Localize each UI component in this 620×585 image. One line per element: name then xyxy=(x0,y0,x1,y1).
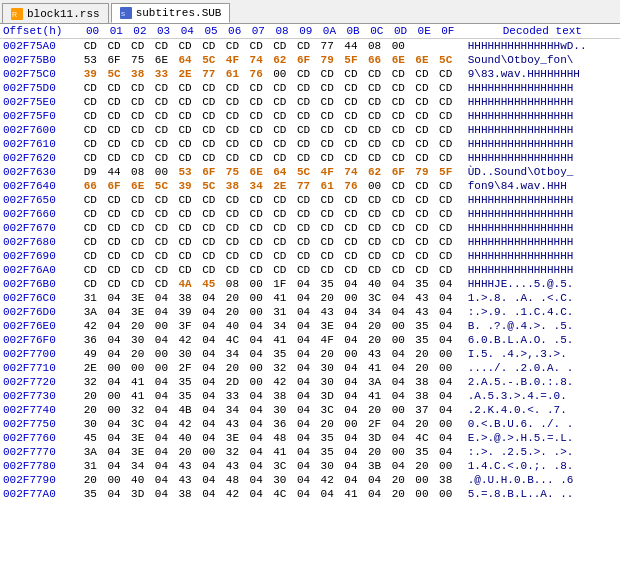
cell-hex[interactable]: 5C xyxy=(104,67,128,81)
cell-hex[interactable]: 04 xyxy=(152,403,176,417)
cell-hex[interactable]: CD xyxy=(318,207,342,221)
cell-hex[interactable]: CD xyxy=(247,221,271,235)
cell-hex[interactable]: 04 xyxy=(294,487,318,501)
cell-hex[interactable]: CD xyxy=(223,151,247,165)
cell-hex[interactable]: 00 xyxy=(104,403,128,417)
cell-hex[interactable]: CD xyxy=(412,193,436,207)
cell-hex[interactable]: 62 xyxy=(365,165,389,179)
cell-hex[interactable]: 04 xyxy=(152,445,176,459)
cell-hex[interactable]: CD xyxy=(128,81,152,95)
cell-hex[interactable]: 00 xyxy=(247,305,271,319)
cell-hex[interactable]: 04 xyxy=(247,347,271,361)
cell-hex[interactable]: 20 xyxy=(389,487,413,501)
cell-hex[interactable]: CD xyxy=(152,39,176,54)
cell-hex[interactable]: CD xyxy=(270,249,294,263)
cell-hex[interactable]: 04 xyxy=(104,445,128,459)
cell-offset[interactable]: 002F76C0 xyxy=(0,291,81,305)
cell-hex[interactable]: CD xyxy=(104,277,128,291)
cell-hex[interactable]: 00 xyxy=(389,319,413,333)
table-row[interactable]: 002F76A0CDCDCDCDCDCDCDCDCDCDCDCDCDCDCDCD… xyxy=(0,263,620,277)
cell-hex[interactable]: CD xyxy=(128,39,152,54)
cell-hex[interactable]: 41 xyxy=(341,487,365,501)
cell-hex[interactable]: CD xyxy=(128,277,152,291)
cell-hex[interactable]: CD xyxy=(247,109,271,123)
cell-hex[interactable]: CD xyxy=(365,67,389,81)
cell-hex[interactable]: 04 xyxy=(152,417,176,431)
cell-hex[interactable]: 4C xyxy=(412,431,436,445)
cell-hex[interactable]: CD xyxy=(175,235,199,249)
cell-hex[interactable]: CD xyxy=(318,249,342,263)
cell-hex[interactable]: 41 xyxy=(270,445,294,459)
cell-hex[interactable]: CD xyxy=(365,207,389,221)
cell-hex[interactable]: 42 xyxy=(270,375,294,389)
cell-hex[interactable]: CD xyxy=(412,95,436,109)
cell-hex[interactable]: CD xyxy=(152,137,176,151)
cell-hex[interactable]: CD xyxy=(412,123,436,137)
cell-hex[interactable]: CD xyxy=(128,263,152,277)
cell-hex[interactable]: 40 xyxy=(175,431,199,445)
table-row[interactable]: 002F76B0CDCDCDCD4A4508001F04350440043504… xyxy=(0,277,620,291)
cell-offset[interactable]: 002F7710 xyxy=(0,361,81,375)
cell-hex[interactable]: CD xyxy=(389,263,413,277)
cell-hex[interactable]: CD xyxy=(294,263,318,277)
cell-hex[interactable]: CD xyxy=(152,123,176,137)
table-row[interactable]: 002F76D03A043E04390420003104430434044304… xyxy=(0,305,620,319)
cell-offset[interactable]: 002F7760 xyxy=(0,431,81,445)
cell-hex[interactable]: 00 xyxy=(436,417,460,431)
cell-hex[interactable]: 00 xyxy=(199,445,223,459)
cell-hex[interactable]: 00 xyxy=(389,333,413,347)
cell-hex[interactable]: CD xyxy=(199,221,223,235)
cell-hex[interactable]: 66 xyxy=(81,179,105,193)
table-row[interactable]: 002F75B0536F756E645C4F74626F795F666E6E5C… xyxy=(0,53,620,67)
cell-hex[interactable]: CD xyxy=(436,109,460,123)
cell-hex[interactable]: 3A xyxy=(81,305,105,319)
cell-hex[interactable]: 04 xyxy=(294,347,318,361)
cell-offset[interactable]: 002F7780 xyxy=(0,459,81,473)
cell-hex[interactable]: 75 xyxy=(128,53,152,67)
cell-hex[interactable]: CD xyxy=(152,249,176,263)
cell-hex[interactable]: CD xyxy=(223,39,247,54)
cell-hex[interactable]: 64 xyxy=(270,165,294,179)
cell-hex[interactable]: 6F xyxy=(104,53,128,67)
cell-hex[interactable]: 38 xyxy=(175,291,199,305)
cell-hex[interactable]: 04 xyxy=(294,417,318,431)
cell-hex[interactable]: 04 xyxy=(341,431,365,445)
cell-hex[interactable]: 04 xyxy=(389,417,413,431)
cell-hex[interactable]: 04 xyxy=(341,459,365,473)
cell-hex[interactable]: CD xyxy=(81,81,105,95)
cell-offset[interactable]: 002F7740 xyxy=(0,403,81,417)
cell-hex[interactable]: CD xyxy=(104,81,128,95)
table-row[interactable]: 002F75C0395C38332E77617600CDCDCDCDCDCDCD… xyxy=(0,67,620,81)
cell-hex[interactable]: 00 xyxy=(436,347,460,361)
cell-hex[interactable]: 43 xyxy=(412,291,436,305)
cell-hex[interactable]: CD xyxy=(175,193,199,207)
cell-hex[interactable]: CD xyxy=(389,221,413,235)
cell-hex[interactable]: CD xyxy=(365,123,389,137)
cell-hex[interactable]: 42 xyxy=(81,319,105,333)
cell-hex[interactable]: CD xyxy=(389,95,413,109)
cell-hex[interactable]: CD xyxy=(270,137,294,151)
cell-hex[interactable]: 2D xyxy=(223,375,247,389)
cell-hex[interactable]: 04 xyxy=(341,319,365,333)
cell-hex[interactable]: 00 xyxy=(436,361,460,375)
cell-hex[interactable]: 04 xyxy=(199,403,223,417)
cell-hex[interactable]: CD xyxy=(412,151,436,165)
cell-hex[interactable]: 4F xyxy=(223,53,247,67)
cell-hex[interactable]: 35 xyxy=(81,487,105,501)
cell-hex[interactable]: 08 xyxy=(128,165,152,179)
cell-hex[interactable] xyxy=(436,39,460,54)
cell-hex[interactable]: 41 xyxy=(128,375,152,389)
cell-hex[interactable]: 53 xyxy=(175,165,199,179)
cell-hex[interactable]: CD xyxy=(412,207,436,221)
cell-hex[interactable]: 04 xyxy=(294,277,318,291)
cell-hex[interactable]: 5F xyxy=(341,53,365,67)
cell-hex[interactable]: 64 xyxy=(175,53,199,67)
cell-hex[interactable]: CD xyxy=(365,221,389,235)
cell-hex[interactable]: 04 xyxy=(389,431,413,445)
cell-hex[interactable]: CD xyxy=(81,123,105,137)
cell-hex[interactable]: 30 xyxy=(81,417,105,431)
cell-hex[interactable]: 00 xyxy=(104,361,128,375)
cell-hex[interactable]: 04 xyxy=(199,389,223,403)
cell-hex[interactable]: CD xyxy=(318,151,342,165)
cell-hex[interactable]: 75 xyxy=(223,165,247,179)
